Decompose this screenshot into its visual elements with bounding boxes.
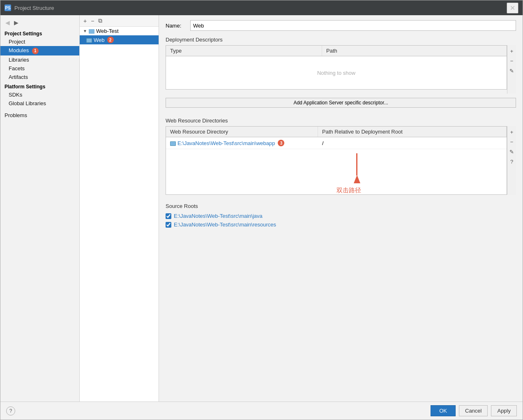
annotation-area: 双击路径 [166, 149, 507, 194]
source-root-path-1[interactable]: E:\JavaNotes\Web-Test\src\main\resources [174, 222, 276, 228]
title-bar-left: PS Project Structure [5, 5, 54, 11]
project-structure-dialog: PS Project Structure ✕ ◀ ▶ Project Setti… [0, 0, 523, 420]
wr-add-btn[interactable]: + [508, 128, 516, 136]
web-resource-section: Web Resource Directories Web Resource Di… [166, 118, 516, 198]
deployment-right-panel: + − ✎ [507, 45, 516, 94]
wr-right-panel: + − ✎ ? [507, 126, 516, 195]
wr-row-badge: 3 [278, 140, 284, 146]
cancel-button[interactable]: Cancel [459, 405, 488, 416]
type-column-header: Type [166, 46, 322, 56]
tree-web-label: Web [94, 37, 105, 43]
back-button[interactable]: ◀ [4, 18, 12, 27]
path-column-header: Path [322, 46, 507, 56]
bottom-left: ? [6, 406, 15, 415]
project-settings-header: Project Settings [0, 28, 79, 37]
sidebar-item-problems[interactable]: Problems [0, 111, 79, 120]
forward-button[interactable]: ▶ [12, 18, 20, 27]
nothing-to-show-text: Nothing to show [317, 70, 355, 76]
deployment-table-header: Type Path [166, 46, 507, 56]
dialog-title: Project Structure [14, 5, 54, 11]
source-root-row-0: E:\JavaNotes\Web-Test\src\main\java [166, 212, 516, 220]
web-resource-title: Web Resource Directories [166, 118, 516, 124]
wr-directory-header: Web Resource Directory [166, 127, 318, 137]
arrow-shaft [356, 153, 357, 175]
wr-edit-btn[interactable]: ✎ [508, 148, 516, 156]
add-descriptor-button[interactable]: Add Application Server specific descript… [166, 98, 516, 108]
module-tree: + − ⧉ ▼ Web-Test Web 2 [80, 15, 159, 402]
name-label: Name: [166, 23, 186, 29]
sidebar-item-facets[interactable]: Facets [0, 64, 79, 73]
source-root-checkbox-0[interactable] [166, 213, 171, 219]
tree-collapse-icon: ▼ [83, 29, 87, 33]
web-resource-table: Web Resource Directory Path Relative to … [166, 126, 507, 195]
tree-remove-button[interactable]: − [90, 17, 95, 25]
wr-folder-icon [170, 141, 176, 146]
sidebar-item-modules[interactable]: Modules 1 [0, 46, 79, 55]
source-root-checkbox-1[interactable] [166, 222, 171, 228]
tree-add-button[interactable]: + [82, 17, 88, 25]
name-input[interactable] [190, 20, 516, 31]
sidebar-item-sdks[interactable]: SDKs [0, 90, 79, 99]
wr-directory-link[interactable]: E:\JavaNotes\Web-Test\src\main\webapp [177, 140, 275, 146]
content-area: ◀ ▶ Project Settings Project Modules 1 L… [0, 15, 523, 402]
web-folder-icon [86, 38, 92, 43]
tree-web-item[interactable]: Web 2 [80, 35, 159, 44]
apply-button[interactable]: Apply [491, 405, 517, 416]
folder-icon [89, 29, 94, 34]
sidebar: ◀ ▶ Project Settings Project Modules 1 L… [0, 15, 80, 402]
sidebar-item-libraries[interactable]: Libraries [0, 55, 79, 64]
name-row: Name: [166, 20, 516, 31]
tree-root-label: Web-Test [96, 28, 119, 34]
arrow-head [354, 175, 360, 183]
bottom-bar: ? OK Cancel Apply [0, 402, 523, 420]
tree-root-item[interactable]: ▼ Web-Test [80, 27, 159, 35]
deployment-edit-btn[interactable]: ✎ [508, 67, 516, 75]
modules-badge: 1 [32, 48, 39, 54]
source-root-row-1: E:\JavaNotes\Web-Test\src\main\resources [166, 220, 516, 229]
wr-remove-btn[interactable]: − [508, 138, 516, 146]
sidebar-item-artifacts[interactable]: Artifacts [0, 73, 79, 81]
help-button[interactable]: ? [6, 406, 15, 415]
annotation-text: 双击路径 [336, 187, 361, 194]
bottom-right: OK Cancel Apply [431, 405, 517, 416]
wr-relative-path-cell: / [318, 139, 507, 147]
main-content: Name: Deployment Descriptors Type Path N… [159, 15, 523, 402]
deployment-descriptors-table: Type Path Nothing to show [166, 45, 507, 90]
deployment-remove-btn[interactable]: − [508, 57, 516, 65]
source-roots-section: Source Roots E:\JavaNotes\Web-Test\src\m… [166, 203, 516, 229]
web-badge: 2 [107, 37, 114, 43]
wr-header: Web Resource Directory Path Relative to … [166, 127, 507, 137]
sidebar-item-global-libraries[interactable]: Global Libraries [0, 99, 79, 108]
source-root-path-0[interactable]: E:\JavaNotes\Web-Test\src\main\java [174, 213, 263, 219]
wr-path-header: Path Relative to Deployment Root [318, 127, 507, 137]
tree-copy-button[interactable]: ⧉ [97, 17, 104, 25]
deployment-add-btn[interactable]: + [508, 47, 516, 55]
modules-label: Modules [9, 47, 29, 53]
deployment-descriptors-title: Deployment Descriptors [166, 37, 516, 43]
nav-buttons: ◀ ▶ [0, 17, 79, 28]
wr-directory-cell: E:\JavaNotes\Web-Test\src\main\webapp 3 [166, 139, 318, 147]
app-icon: PS [5, 5, 11, 11]
deployment-table-body: Nothing to show [166, 56, 507, 89]
tree-toolbar: + − ⧉ [80, 15, 159, 27]
source-roots-title: Source Roots [166, 203, 516, 209]
platform-settings-header: Platform Settings [0, 81, 79, 90]
ok-button[interactable]: OK [431, 405, 456, 416]
close-button[interactable]: ✕ [507, 2, 518, 14]
wr-help-btn[interactable]: ? [508, 157, 516, 166]
sidebar-item-project[interactable]: Project [0, 37, 79, 46]
wr-table-row[interactable]: E:\JavaNotes\Web-Test\src\main\webapp 3 … [166, 137, 507, 149]
title-bar: PS Project Structure ✕ [0, 0, 523, 15]
